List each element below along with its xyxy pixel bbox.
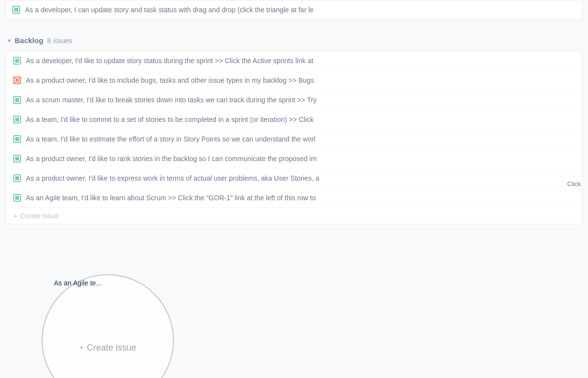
backlog-count: 8 issues [47,37,72,45]
backlog-header: ▾ Backlog 8 issues [0,27,588,50]
tooltip-text: As an Agile te... [54,279,101,287]
spotlight-overlay: + Create issue [42,274,174,378]
issue-type-icon-story [13,174,21,182]
issue-type-icon-story [13,155,21,163]
backlog-title: Backlog [15,36,43,45]
top-issue-row[interactable]: As a developer, I can update story and t… [6,0,582,20]
page-container: As a developer, I can update story and t… [0,0,588,378]
issue-type-icon-story [13,135,21,143]
issue-text: As a team, I'd like to commit to a set o… [26,116,575,123]
table-row[interactable]: As a product owner, I'd like to rank sto… [6,149,582,168]
issue-type-icon-bug [13,76,21,84]
create-issue-label: Create issue [20,212,59,220]
issues-list: As a developer, I'd like to update story… [6,50,582,224]
issue-type-icon-story [13,116,21,123]
issue-text: As a team, I'd like to estimate the effo… [26,135,575,143]
click-label: Click [560,176,588,191]
backlog-chevron-icon[interactable]: ▾ [8,37,11,44]
issue-text: As a product owner, I'd like to express … [26,174,575,182]
issue-text: As a product owner, I'd like to include … [26,76,575,84]
issue-type-icon-story [13,194,21,202]
issue-text: As a scrum master, I'd like to break sto… [26,96,575,104]
table-row[interactable]: As an Agile team, I'd like to learn abou… [6,188,582,208]
table-row[interactable]: As a product owner, I'd like to include … [6,71,582,90]
issue-text: As a developer, I'd like to update story… [26,57,575,65]
issue-text: As an Agile team, I'd like to learn abou… [26,194,575,202]
create-issue-row[interactable]: + Create issue [6,208,582,224]
plus-icon: + [13,212,17,220]
spotlight-plus-icon: + [79,343,84,352]
spotlight-create-issue-text: Create issue [87,343,136,353]
table-row[interactable]: As a scrum master, I'd like to break sto… [6,90,582,110]
issue-type-icon-story [12,6,20,14]
issue-type-icon-story [13,96,21,104]
table-row[interactable]: As a developer, I'd like to update story… [6,51,582,71]
table-row[interactable]: As a product owner, I'd like to express … [6,168,582,188]
table-row[interactable]: As a team, I'd like to commit to a set o… [6,110,582,129]
issue-type-icon-story [13,57,21,65]
issue-text: As a product owner, I'd like to rank sto… [26,155,575,163]
table-row[interactable]: As a team, I'd like to estimate the effo… [6,129,582,149]
top-issue-text: As a developer, I can update story and t… [25,6,576,14]
spacer [0,20,588,27]
spotlight-content: + Create issue [79,343,136,353]
